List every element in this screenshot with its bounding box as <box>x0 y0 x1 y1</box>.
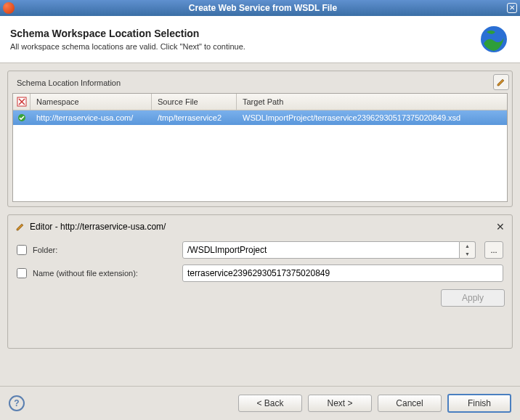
pencil-icon <box>15 222 25 232</box>
browse-button[interactable]: ... <box>484 241 503 259</box>
folder-stepper[interactable]: ▲▼ <box>460 241 476 259</box>
name-input[interactable] <box>182 264 503 282</box>
folder-checkbox[interactable] <box>17 245 27 255</box>
pencil-icon <box>496 77 506 87</box>
edit-schema-button[interactable] <box>493 74 509 90</box>
window-title: Create Web Service from WSDL File <box>19 3 507 13</box>
wizard-footer: ? < Back Next > Cancel Finish <box>0 386 520 420</box>
folder-label: Folder: <box>33 246 176 254</box>
name-checkbox[interactable] <box>17 268 27 278</box>
schema-table[interactable]: Namespace Source File Target Path http:/… <box>12 93 508 202</box>
wizard-header: Schema Workspace Location Selection All … <box>0 16 520 63</box>
back-button[interactable]: < Back <box>238 395 302 412</box>
cell-namespace: http://terraservice-usa.com/ <box>31 112 152 124</box>
folder-input[interactable] <box>182 241 460 259</box>
name-label: Name (without file extension): <box>33 269 176 278</box>
cell-source-file: /tmp/terraservice2 <box>152 112 237 124</box>
editor-close-icon[interactable]: ✕ <box>496 221 505 233</box>
table-header: Namespace Source File Target Path <box>13 94 507 110</box>
editor-panel: Editor - http://terraservice-usa.com/ ✕ … <box>7 214 513 349</box>
status-column-icon <box>13 94 31 110</box>
cell-target-path: WSDLImportProject/terraservice2396293051… <box>237 112 507 124</box>
page-title: Schema Workspace Location Selection <box>10 28 478 39</box>
name-row: Name (without file extension): <box>12 262 508 285</box>
table-row[interactable]: http://terraservice-usa.com/ /tmp/terras… <box>13 110 507 125</box>
app-icon <box>3 2 15 14</box>
cancel-button[interactable]: Cancel <box>378 395 442 412</box>
col-namespace[interactable]: Namespace <box>31 94 152 110</box>
col-source-file[interactable]: Source File <box>152 94 237 110</box>
finish-button[interactable]: Finish <box>447 394 511 413</box>
titlebar: Create Web Service from WSDL File ✕ <box>0 0 520 16</box>
next-button[interactable]: Next > <box>308 395 372 412</box>
schema-location-panel: Schema Location Information Namespace So… <box>7 70 513 207</box>
close-icon[interactable]: ✕ <box>507 3 517 13</box>
apply-button: Apply <box>441 289 505 307</box>
col-target-path[interactable]: Target Path <box>237 94 507 110</box>
editor-title: Editor - http://terraservice-usa.com/ <box>30 222 166 232</box>
help-button[interactable]: ? <box>9 395 25 411</box>
row-status-icon <box>13 113 31 122</box>
globe-icon <box>478 23 510 55</box>
folder-row: Folder: ▲▼ ... <box>12 238 508 262</box>
page-subtitle: All workspace schema locations are valid… <box>10 42 478 51</box>
schema-panel-title: Schema Location Information <box>12 76 508 93</box>
